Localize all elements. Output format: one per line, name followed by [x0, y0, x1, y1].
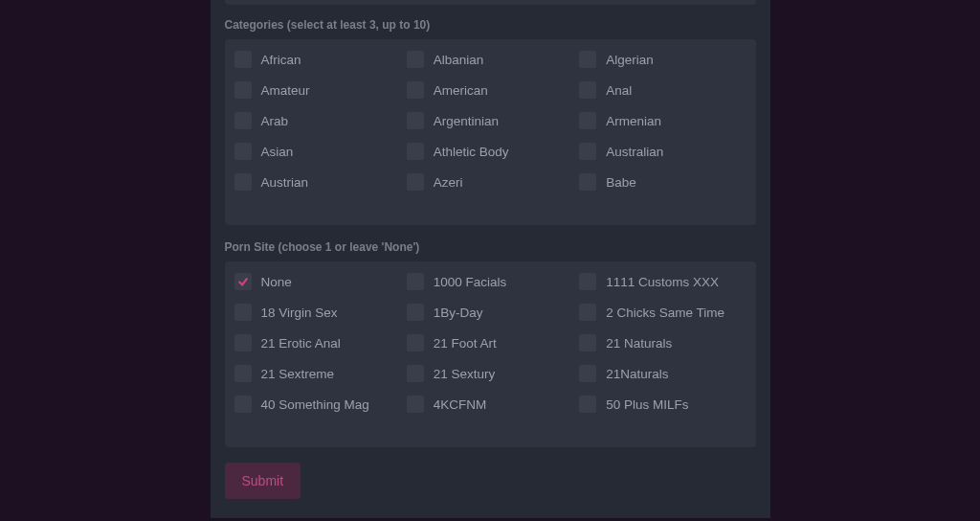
site-item[interactable]: 4KCFNM: [407, 396, 573, 413]
site-item-label: 4KCFNM: [434, 397, 487, 412]
category-item-label: Algerian: [606, 53, 654, 67]
site-item[interactable]: 40 Something Mag: [234, 396, 401, 413]
category-item-label: Albanian: [434, 53, 484, 67]
category-checkbox[interactable]: [407, 51, 424, 68]
site-checkbox[interactable]: [234, 273, 252, 290]
category-item[interactable]: American: [407, 81, 573, 99]
site-item-label: 21Naturals: [606, 367, 668, 381]
sites-scroll[interactable]: None1000 Facials1111 Customs XXX18 Virgi…: [234, 273, 746, 436]
category-item-label: Anal: [606, 83, 632, 98]
category-item-label: Azeri: [434, 175, 463, 190]
category-item-label: Austrian: [261, 175, 309, 190]
site-item[interactable]: 1By-Day: [407, 304, 573, 321]
category-item-label: Babe: [606, 175, 636, 190]
category-item[interactable]: Argentinian: [407, 112, 573, 129]
form-panel: Categories (select at least 3, up to 10)…: [211, 0, 770, 518]
categories-scroll[interactable]: AfricanAlbanianAlgerianAmateurAmericanAn…: [234, 51, 746, 214]
site-item-label: 21 Sextreme: [261, 367, 335, 381]
site-checkbox[interactable]: [407, 396, 424, 413]
category-item-label: African: [261, 53, 301, 67]
site-item-label: 21 Naturals: [606, 336, 672, 351]
category-item-label: Arab: [261, 114, 289, 128]
category-item-label: Athletic Body: [434, 145, 509, 159]
category-item[interactable]: Azeri: [407, 173, 573, 191]
submit-button[interactable]: Submit: [225, 463, 301, 499]
site-checkbox[interactable]: [579, 396, 596, 413]
category-item-label: Amateur: [261, 83, 310, 98]
category-checkbox[interactable]: [234, 143, 252, 160]
category-checkbox[interactable]: [234, 81, 252, 99]
site-checkbox[interactable]: [234, 365, 252, 382]
category-checkbox[interactable]: [407, 143, 424, 160]
site-checkbox[interactable]: [234, 396, 252, 413]
site-item-label: 21 Sextury: [434, 367, 496, 381]
category-item-label: Argentinian: [434, 114, 499, 128]
category-checkbox[interactable]: [407, 173, 424, 191]
site-item[interactable]: 1111 Customs XXX: [579, 273, 746, 290]
category-item[interactable]: African: [234, 51, 401, 68]
site-item[interactable]: 21 Foot Art: [407, 334, 573, 351]
site-checkbox[interactable]: [579, 365, 596, 382]
category-item-label: Armenian: [606, 114, 661, 128]
category-item[interactable]: Austrian: [234, 173, 401, 191]
site-checkbox[interactable]: [234, 304, 252, 321]
category-item[interactable]: Australian: [579, 143, 746, 160]
category-item[interactable]: Anal: [579, 81, 746, 99]
category-item[interactable]: Asian: [234, 143, 401, 160]
site-checkbox[interactable]: [579, 334, 596, 351]
site-item-label: 50 Plus MILFs: [606, 397, 688, 412]
category-item[interactable]: Babe: [579, 173, 746, 191]
category-item-label: Australian: [606, 145, 663, 159]
previous-section-spacer: [225, 0, 756, 5]
site-checkbox[interactable]: [234, 334, 252, 351]
category-checkbox[interactable]: [579, 112, 596, 129]
category-item-label: American: [434, 83, 488, 98]
site-item-label: 1111 Customs XXX: [606, 275, 719, 289]
category-checkbox[interactable]: [579, 81, 596, 99]
category-item-label: Asian: [261, 145, 294, 159]
site-item-label: 21 Foot Art: [434, 336, 497, 351]
category-checkbox[interactable]: [407, 81, 424, 99]
site-item[interactable]: 18 Virgin Sex: [234, 304, 401, 321]
category-item[interactable]: Algerian: [579, 51, 746, 68]
site-item[interactable]: 21 Naturals: [579, 334, 746, 351]
site-item-label: 18 Virgin Sex: [261, 306, 338, 320]
site-item[interactable]: 50 Plus MILFs: [579, 396, 746, 413]
category-checkbox[interactable]: [407, 112, 424, 129]
site-item[interactable]: 21 Sextreme: [234, 365, 401, 382]
site-item[interactable]: 2 Chicks Same Time: [579, 304, 746, 321]
site-item-label: None: [261, 275, 292, 289]
site-checkbox[interactable]: [579, 273, 596, 290]
category-checkbox[interactable]: [579, 51, 596, 68]
category-checkbox[interactable]: [234, 112, 252, 129]
sites-label: Porn Site (choose 1 or leave 'None'): [225, 240, 756, 254]
category-item[interactable]: Armenian: [579, 112, 746, 129]
site-checkbox[interactable]: [407, 304, 424, 321]
site-item-label: 21 Erotic Anal: [261, 336, 341, 351]
site-item[interactable]: 21 Erotic Anal: [234, 334, 401, 351]
categories-box: AfricanAlbanianAlgerianAmateurAmericanAn…: [225, 39, 756, 225]
category-item[interactable]: Amateur: [234, 81, 401, 99]
site-checkbox[interactable]: [407, 334, 424, 351]
site-checkbox[interactable]: [579, 304, 596, 321]
site-item[interactable]: None: [234, 273, 401, 290]
site-item-label: 2 Chicks Same Time: [606, 306, 724, 320]
categories-label: Categories (select at least 3, up to 10): [225, 18, 756, 32]
site-checkbox[interactable]: [407, 365, 424, 382]
site-checkbox[interactable]: [407, 273, 424, 290]
category-checkbox[interactable]: [579, 173, 596, 191]
site-item[interactable]: 1000 Facials: [407, 273, 573, 290]
site-item-label: 40 Something Mag: [261, 397, 369, 412]
site-item-label: 1000 Facials: [434, 275, 507, 289]
category-item[interactable]: Athletic Body: [407, 143, 573, 160]
category-checkbox[interactable]: [234, 51, 252, 68]
site-item[interactable]: 21Naturals: [579, 365, 746, 382]
site-item[interactable]: 21 Sextury: [407, 365, 573, 382]
category-item[interactable]: Albanian: [407, 51, 573, 68]
site-item-label: 1By-Day: [434, 306, 483, 320]
sites-box: None1000 Facials1111 Customs XXX18 Virgi…: [225, 261, 756, 447]
category-checkbox[interactable]: [234, 173, 252, 191]
category-checkbox[interactable]: [579, 143, 596, 160]
category-item[interactable]: Arab: [234, 112, 401, 129]
